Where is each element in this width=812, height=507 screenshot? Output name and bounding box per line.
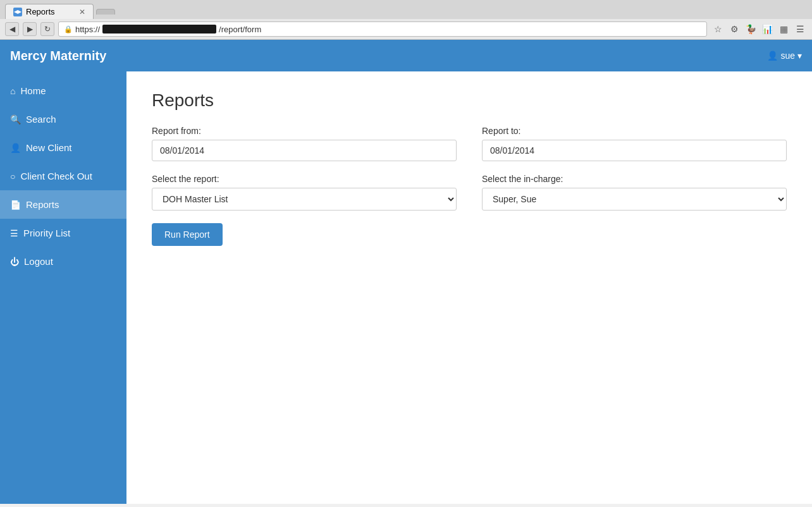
extension-icon[interactable]: 📊 [760, 22, 774, 36]
sidebar-label-reports: Reports [26, 199, 59, 210]
main-content: Reports Report from: Report to: Select t… [126, 71, 812, 504]
nav-bar: ◀ ▶ ↻ 🔒 https:// /report/form ☆ ⚙ 🦆 📊 ▦ … [0, 19, 812, 40]
select-report-label: Select the report: [152, 174, 457, 184]
forward-button[interactable]: ▶ [23, 22, 37, 36]
app-header: Mercy Maternity 👤 sue ▾ [0, 40, 812, 71]
check-out-icon: ○ [10, 171, 15, 181]
sidebar-label-new-client: New Client [26, 142, 72, 153]
duck-icon[interactable]: 🦆 [744, 22, 758, 36]
date-row: Report from: Report to: [152, 126, 787, 161]
sidebar-label-check-out: Client Check Out [20, 171, 92, 181]
report-from-group: Report from: [152, 126, 457, 161]
logout-icon: ⏻ [10, 257, 19, 267]
select-incharge-dropdown[interactable]: Super, Sue Admin User [482, 188, 787, 211]
sidebar-item-logout[interactable]: ⏻ Logout [0, 247, 126, 276]
sidebar: ⌂ Home 🔍 Search 👤 New Client ○ Client Ch… [0, 71, 126, 504]
select-incharge-group: Select the in-charge: Super, Sue Admin U… [482, 174, 787, 211]
report-from-input[interactable] [152, 140, 457, 161]
sidebar-item-home[interactable]: ⌂ Home [0, 76, 126, 105]
settings-icon[interactable]: ⚙ [727, 22, 741, 36]
page-title: Reports [152, 90, 787, 111]
ssl-icon: 🔒 [64, 25, 73, 34]
select-report-group: Select the report: DOH Master List Summa… [152, 174, 457, 211]
active-tab[interactable]: ◀▶ Reports ✕ [5, 4, 94, 19]
report-to-input[interactable] [482, 140, 787, 161]
report-to-label: Report to: [482, 126, 787, 136]
address-prefix: https:// [75, 25, 100, 34]
sidebar-item-new-client[interactable]: 👤 New Client [0, 133, 126, 162]
report-from-label: Report from: [152, 126, 457, 136]
tab-favicon: ◀▶ [13, 8, 22, 16]
sidebar-item-client-check-out[interactable]: ○ Client Check Out [0, 162, 126, 190]
app-title: Mercy Maternity [10, 49, 106, 63]
address-bar[interactable]: 🔒 https:// /report/form [58, 21, 707, 37]
user-name: sue [780, 51, 795, 61]
new-tab-button[interactable] [96, 9, 115, 15]
sidebar-item-priority-list[interactable]: ☰ Priority List [0, 219, 126, 247]
sidebar-label-logout: Logout [24, 256, 53, 267]
back-button[interactable]: ◀ [5, 22, 19, 36]
bookmark-icon[interactable]: ☆ [711, 22, 725, 36]
app-body: ⌂ Home 🔍 Search 👤 New Client ○ Client Ch… [0, 71, 812, 504]
address-redacted [102, 25, 216, 34]
tab-close-button[interactable]: ✕ [79, 8, 85, 16]
new-client-icon: 👤 [10, 143, 21, 153]
run-report-row: Run Report [152, 223, 787, 246]
sidebar-label-search: Search [26, 114, 56, 125]
select-report-dropdown[interactable]: DOH Master List Summary Report Client Li… [152, 188, 457, 211]
tab-title: Reports [26, 7, 55, 16]
home-icon: ⌂ [10, 86, 15, 96]
browser-chrome: ◀▶ Reports ✕ ◀ ▶ ↻ 🔒 https:// /report/fo… [0, 0, 812, 40]
select-incharge-label: Select the in-charge: [482, 174, 787, 184]
search-icon: 🔍 [10, 114, 21, 125]
address-suffix: /report/form [219, 25, 261, 34]
user-menu[interactable]: 👤 sue ▾ [767, 51, 802, 61]
content-panel: Reports Report from: Report to: Select t… [126, 71, 812, 504]
user-dropdown-icon: ▾ [797, 51, 802, 61]
sidebar-item-search[interactable]: 🔍 Search [0, 105, 126, 133]
refresh-button[interactable]: ↻ [40, 22, 54, 36]
toolbar-icons: ☆ ⚙ 🦆 📊 ▦ ☰ [711, 22, 807, 36]
tab-bar: ◀▶ Reports ✕ [0, 0, 812, 19]
report-to-group: Report to: [482, 126, 787, 161]
run-report-button[interactable]: Run Report [152, 223, 223, 246]
priority-list-icon: ☰ [10, 228, 18, 238]
select-row: Select the report: DOH Master List Summa… [152, 174, 787, 211]
user-icon: 👤 [767, 51, 778, 61]
reports-icon: 📄 [10, 200, 21, 210]
app-container: Mercy Maternity 👤 sue ▾ ⌂ Home 🔍 Search … [0, 40, 812, 504]
menu-icon[interactable]: ☰ [793, 22, 807, 36]
apps-icon[interactable]: ▦ [777, 22, 790, 36]
sidebar-label-priority-list: Priority List [23, 228, 70, 238]
sidebar-item-reports[interactable]: 📄 Reports [0, 190, 126, 219]
sidebar-label-home: Home [20, 85, 46, 96]
